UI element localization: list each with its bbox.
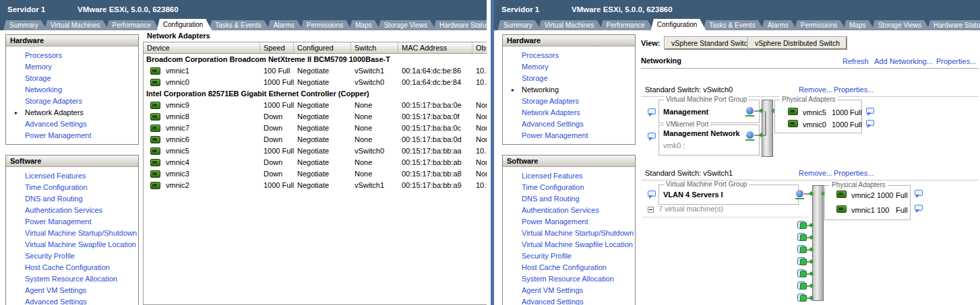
table-row[interactable]: vmnic0 1000 Full Negotiate vSwitch0 00:1…	[144, 77, 487, 88]
sidebar-item-agent-vm-settings[interactable]: Agent VM Settings	[503, 285, 635, 296]
sidebar-item-licensed-features[interactable]: Licensed Features	[503, 170, 635, 182]
sidebar-item-processors[interactable]: Processors	[6, 50, 138, 61]
sidebar-item-time-configuration[interactable]: Time Configuration	[6, 182, 138, 193]
adapter-name[interactable]: vmnic1	[851, 206, 875, 214]
sidebar-item-advanced-settings-sw[interactable]: Advanced Settings	[503, 296, 635, 305]
tab-alarms[interactable]: Alarms	[268, 20, 303, 30]
adapter-name[interactable]: vmnic2	[851, 191, 875, 199]
sidebar-item-system-resource-allocation[interactable]: System Resource Allocation	[6, 273, 138, 285]
virtual-machine-icon[interactable]	[797, 221, 805, 229]
vswitch1-remove-link[interactable]: Remove...	[799, 169, 832, 177]
tab-tasks-events[interactable]: Tasks & Events	[209, 20, 270, 30]
sidebar-item-vm-startup-shutdown[interactable]: Virtual Machine Startup/Shutdown	[503, 228, 635, 239]
vmkernel-name[interactable]: Management Network	[663, 129, 740, 137]
sidebar-item-vm-startup-shutdown[interactable]: Virtual Machine Startup/Shutdown	[6, 228, 138, 239]
table-row[interactable]: vmnic5 1000 Full Negotiate vSwitch0 00:1…	[144, 145, 487, 157]
sidebar-item-system-resource-allocation[interactable]: System Resource Allocation	[503, 273, 635, 285]
sidebar-item-power-management-sw[interactable]: Power Management	[6, 216, 138, 228]
sidebar-item-authentication-services[interactable]: Authentication Services	[503, 205, 635, 216]
collapse-vm-list-toggle[interactable]	[648, 207, 654, 213]
vm-count[interactable]: 7 virtual machine(s)	[659, 205, 723, 213]
sidebar-item-storage[interactable]: Storage	[503, 73, 635, 84]
sidebar-item-advanced-settings[interactable]: Advanced Settings	[503, 118, 635, 130]
table-row[interactable]: vmnic8 Down Negotiate None 00:15:17:ba:b…	[144, 111, 487, 123]
sidebar-item-network-adapters[interactable]: ▸ Network Adapters	[6, 107, 138, 118]
sidebar-item-dns-and-routing[interactable]: DNS and Routing	[6, 193, 138, 205]
sidebar-item-memory[interactable]: Memory	[503, 61, 635, 73]
sidebar-item-networking[interactable]: ▸ Networking	[503, 84, 635, 96]
sidebar-item-power-management[interactable]: Power Management	[6, 130, 138, 141]
add-networking-link[interactable]: Add Networking...	[874, 57, 933, 65]
col-device[interactable]: Device	[144, 42, 260, 53]
table-row[interactable]: vmnic7 Down Negotiate None 00:15:17:ba:b…	[144, 123, 487, 134]
tab-performance[interactable]: Performance	[106, 20, 160, 30]
sidebar-item-memory[interactable]: Memory	[6, 61, 138, 73]
sidebar-item-storage-adapters[interactable]: Storage Adapters	[503, 96, 635, 107]
virtual-machine-icon[interactable]	[797, 245, 805, 253]
note-bubble-icon[interactable]	[648, 191, 656, 197]
vswitch1-properties-link[interactable]: Properties...	[834, 169, 874, 177]
table-row[interactable]: vmnic9 1000 Full Negotiate None 00:15:17…	[144, 100, 487, 111]
tab-performance[interactable]: Performance	[601, 20, 654, 30]
sidebar-item-advanced-settings-sw[interactable]: Advanced Settings	[6, 296, 138, 305]
table-row[interactable]: vmnic6 Down Negotiate None 00:15:17:ba:b…	[144, 134, 487, 145]
col-observed[interactable]: Observ...	[472, 42, 487, 53]
tab-virtual-machines[interactable]: Virtual Machines	[44, 20, 109, 30]
table-row[interactable]: vmnic3 Down Negotiate None 00:15:17:ba:b…	[144, 168, 487, 180]
sidebar-item-security-profile[interactable]: Security Profile	[6, 250, 138, 262]
tab-permissions[interactable]: Permissions	[795, 20, 846, 30]
note-bubble-icon[interactable]	[648, 133, 656, 139]
sidebar-item-network-adapters[interactable]: Network Adapters	[503, 107, 635, 118]
sidebar-item-power-management[interactable]: Power Management	[503, 130, 635, 141]
table-row[interactable]: vmnic1 100 Full Negotiate vSwitch1 00:1a…	[144, 65, 487, 77]
note-bubble-icon[interactable]	[866, 108, 874, 114]
tab-configuration[interactable]: Configuration	[157, 19, 212, 30]
sidebar-item-vm-swapfile-location[interactable]: Virtual Machine Swapfile Location	[6, 239, 138, 250]
properties-link[interactable]: Properties...	[936, 57, 976, 65]
virtual-machine-icon[interactable]	[797, 233, 805, 241]
sidebar-item-vm-swapfile-location[interactable]: Virtual Machine Swapfile Location	[503, 239, 635, 250]
tab-storage-views[interactable]: Storage Views	[378, 20, 436, 30]
port-group-name[interactable]: Management	[663, 108, 708, 116]
view-distributed-switch-button[interactable]: vSphere Distributed Switch	[748, 37, 847, 49]
sidebar-item-networking[interactable]: Networking	[6, 84, 138, 96]
tab-storage-views[interactable]: Storage Views	[872, 20, 930, 30]
tab-hardware-status[interactable]: Hardware Status	[433, 20, 487, 30]
note-bubble-icon[interactable]	[866, 120, 874, 126]
col-configured[interactable]: Configured	[294, 42, 351, 53]
adapter-name[interactable]: vmnic0	[803, 121, 826, 129]
tab-configuration[interactable]: Configuration	[651, 19, 706, 30]
tab-hardware-status[interactable]: Hardware Status	[927, 20, 980, 30]
tab-summary[interactable]: Summary	[497, 20, 541, 30]
tab-virtual-machines[interactable]: Virtual Machines	[539, 20, 603, 30]
sidebar-item-processors[interactable]: Processors	[503, 50, 635, 61]
sidebar-item-host-cache-configuration[interactable]: Host Cache Configuration	[503, 262, 635, 273]
col-speed[interactable]: Speed	[260, 42, 294, 53]
refresh-link[interactable]: Refresh	[843, 57, 869, 65]
tab-tasks-events[interactable]: Tasks & Events	[703, 20, 764, 30]
virtual-machine-icon[interactable]	[797, 257, 805, 265]
sidebar-item-storage-adapters[interactable]: Storage Adapters	[6, 96, 138, 107]
sidebar-item-licensed-features[interactable]: Licensed Features	[6, 170, 138, 182]
adapter-name[interactable]: vmnic5	[803, 108, 826, 116]
tab-alarms[interactable]: Alarms	[762, 20, 797, 30]
vswitch0-remove-link[interactable]: Remove...	[799, 86, 832, 94]
sidebar-item-power-management-sw[interactable]: Power Management	[503, 216, 635, 228]
col-mac[interactable]: MAC Address	[398, 42, 472, 53]
tab-maps[interactable]: Maps	[843, 20, 874, 30]
sidebar-item-agent-vm-settings[interactable]: Agent VM Settings	[6, 285, 138, 296]
virtual-machine-icon[interactable]	[797, 281, 805, 290]
note-bubble-icon[interactable]	[915, 190, 923, 196]
note-bubble-icon[interactable]	[648, 108, 656, 114]
tab-permissions[interactable]: Permissions	[301, 20, 352, 30]
sidebar-item-authentication-services[interactable]: Authentication Services	[6, 205, 138, 216]
vswitch0-properties-link[interactable]: Properties...	[834, 86, 874, 94]
note-bubble-icon[interactable]	[915, 205, 923, 211]
virtual-machine-icon[interactable]	[797, 269, 805, 277]
sidebar-item-dns-and-routing[interactable]: DNS and Routing	[503, 193, 635, 205]
sidebar-item-security-profile[interactable]: Security Profile	[503, 250, 635, 262]
virtual-machine-icon[interactable]	[797, 294, 805, 302]
sidebar-item-host-cache-configuration[interactable]: Host Cache Configuration	[6, 262, 138, 273]
view-standard-switch-button[interactable]: vSphere Standard Switch	[665, 37, 758, 49]
table-row[interactable]: vmnic2 1000 Full Negotiate vSwitch1 00:1…	[144, 180, 487, 191]
